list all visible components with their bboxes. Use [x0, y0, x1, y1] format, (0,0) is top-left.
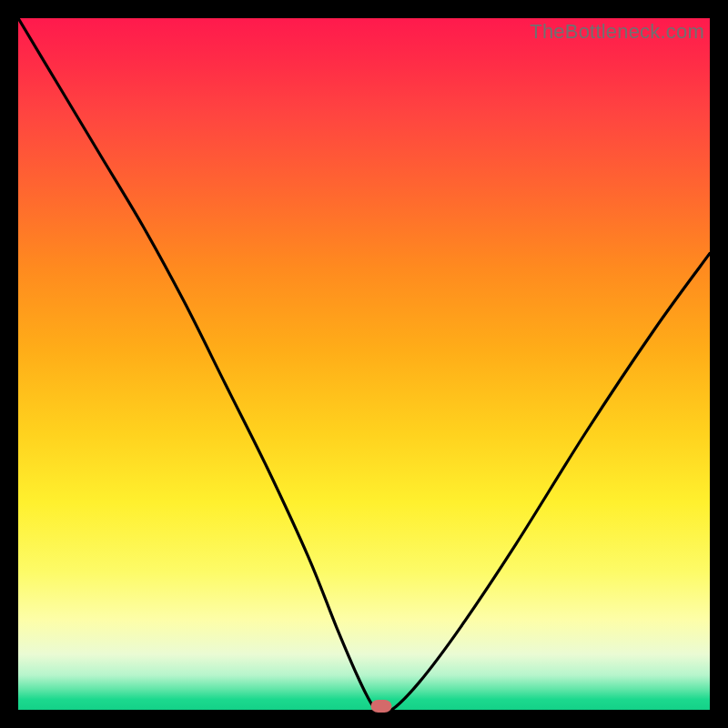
bottleneck-curve	[18, 18, 710, 710]
plot-area: TheBottleneck.com	[18, 18, 710, 710]
curve-path	[18, 18, 710, 710]
optimal-point-marker	[371, 700, 392, 713]
chart-frame: TheBottleneck.com	[0, 0, 728, 728]
